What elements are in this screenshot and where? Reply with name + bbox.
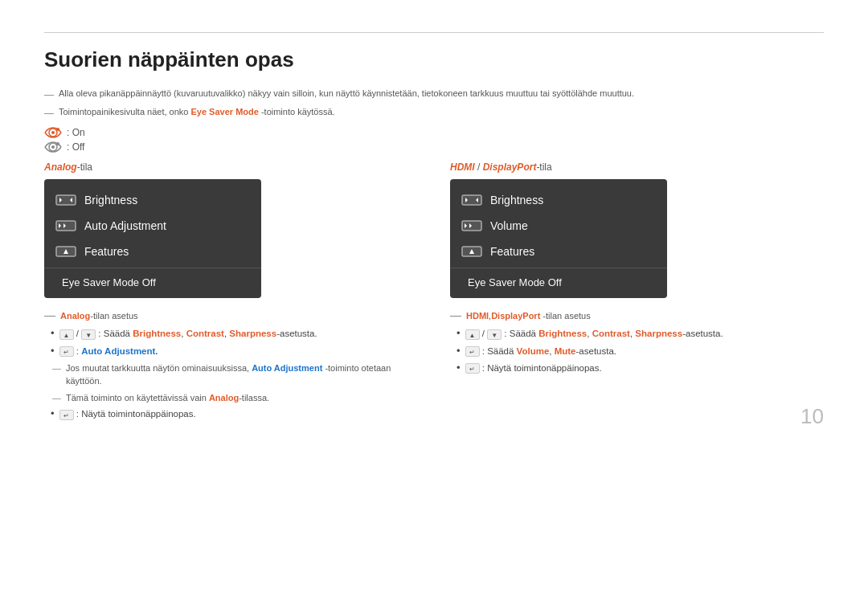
eye-saver-on-row: : On	[44, 126, 824, 139]
hdmi-bullet-3-text: ↵ : Näytä toimintonäppäinopas.	[465, 362, 602, 375]
hdmi-desc-section: HDMI,DisplayPort -tilan asetus • ▲ / ▼ :…	[450, 311, 824, 375]
svg-point-1	[51, 131, 55, 134]
eye-saver-off-row: : Off	[44, 141, 824, 153]
analog-osd-divider	[44, 268, 261, 268]
analog-note-2: — Tämä toiminto on käytettävissä vain An…	[52, 391, 418, 405]
eye-saver-icons-section: : On : Off	[44, 126, 824, 153]
analog-osd-features: Features	[44, 239, 261, 264]
hdmi-osd-brightness: Brightness	[450, 187, 667, 213]
analog-text: Analog	[44, 161, 77, 173]
svg-point-4	[51, 145, 55, 149]
page-container: Suorien näppäinten opas — Alla oleva pik…	[0, 0, 868, 449]
hdmi-eye-saver-label: Eye Saver Mode Off	[468, 276, 562, 288]
analog-osd-auto-adjustment: Auto Adjustment	[44, 213, 261, 239]
analog-bullet-1: • ▲ / ▼ : Säädä Brightness, Contrast, Sh…	[51, 327, 418, 341]
hdmi-volume-label: Volume	[490, 219, 528, 232]
svg-rect-6	[56, 195, 76, 205]
hdmi-bullet-3: • ↵ : Näytä toimintonäppäinopas.	[457, 362, 824, 375]
enter-icon-1: ↵	[59, 346, 74, 357]
analog-desc-header: Analog-tilan asetus	[44, 311, 418, 321]
hdmi-bullet-1: • ▲ / ▼ : Säädä Brightness, Contrast, Sh…	[457, 327, 824, 341]
analog-dash-line	[44, 316, 55, 317]
analog-brightness-label: Brightness	[84, 194, 137, 206]
analog-bullet-3: • ↵ : Näytä toimintonäppäinopas.	[51, 407, 418, 421]
analog-osd-eye-saver: Eye Saver Mode Off	[44, 272, 261, 293]
hdmi-bullet-2: • ↵ : Säädä Volume, Mute-asetusta.	[457, 345, 824, 358]
hdmi-features-nav-icon	[461, 243, 482, 260]
hdmi-nav-up-icon: ▲	[465, 329, 480, 340]
eye-saver-off-label: : Off	[67, 141, 84, 153]
eye-saver-on-label: : On	[67, 127, 85, 138]
displayport-text: DisplayPort	[483, 161, 537, 173]
hdmi-osd-box: Brightness Volume	[450, 179, 667, 298]
columns-container: Analog-tila Brightness	[44, 161, 824, 424]
analog-bullet-2: • ↵ : Auto Adjustment.	[51, 345, 418, 358]
eye-saver-mode-link: Eye Saver Mode	[190, 107, 258, 116]
hdmi-desc-header-text: HDMI,DisplayPort -tilan asetus	[466, 311, 591, 321]
hdmi-bullet-2-text: ↵ : Säädä Volume, Mute-asetusta.	[465, 345, 616, 358]
analog-osd-brightness: Brightness	[44, 187, 261, 213]
bullet-point-1: •	[51, 327, 55, 340]
hdmi-features-label: Features	[490, 245, 534, 258]
hdmi-brightness-label: Brightness	[490, 194, 543, 206]
top-rule	[44, 32, 824, 33]
hdmi-text: HDMI	[450, 161, 475, 173]
svg-point-5	[56, 142, 59, 145]
hdmi-osd-eye-saver: Eye Saver Mode Off	[450, 272, 667, 293]
analog-auto-adj-label: Auto Adjustment	[84, 219, 166, 232]
hdmi-osd-volume: Volume	[450, 213, 667, 239]
dash-icon-1: —	[44, 88, 54, 103]
hdmi-osd-features: Features	[450, 239, 667, 264]
analog-note-1: — Jos muutat tarkkuutta näytön ominaisuu…	[52, 362, 418, 388]
analog-features-label: Features	[84, 245, 129, 258]
page-number: 10	[800, 404, 824, 429]
nav-up-icon: ▲	[59, 329, 74, 340]
analog-eye-saver-label: Eye Saver Mode Off	[62, 276, 156, 288]
hdmi-bullet-point-3: •	[457, 362, 461, 374]
info-line-1: — Alla oleva pikanäppäinnäyttö (kuvaruut…	[44, 87, 824, 103]
svg-point-2	[56, 128, 59, 131]
analog-bullet-1-text: ▲ / ▼ : Säädä Brightness, Contrast, Shar…	[59, 327, 317, 341]
hdmi-desc-header: HDMI,DisplayPort -tilan asetus	[450, 311, 824, 321]
analog-header-orange: Analog	[60, 311, 90, 321]
hdmi-osd-divider	[450, 268, 667, 268]
enter-icon-2: ↵	[59, 410, 74, 420]
hdmi-dash-line	[450, 316, 461, 317]
hdmi-column: HDMI / DisplayPort-tila Brightness	[450, 161, 824, 424]
analog-desc-header-text: Analog-tilan asetus	[60, 311, 138, 321]
bullet-point-2: •	[51, 345, 55, 358]
hdmi-brightness-nav-icon	[461, 192, 482, 208]
info-line-2: — Toimintopainikesivulta näet, onko Eye …	[44, 105, 824, 121]
hdmi-nav-down-icon: ▼	[487, 329, 502, 340]
brightness-nav-icon	[55, 192, 76, 208]
displayport-header-orange: DisplayPort	[491, 311, 540, 321]
hdmi-enter-icon-1: ↵	[465, 346, 480, 357]
hdmi-bullet-1-text: ▲ / ▼ : Säädä Brightness, Contrast, Shar…	[465, 327, 723, 341]
note-dash-1: —	[52, 362, 61, 375]
hdmi-bullet-point-1: •	[457, 327, 461, 340]
hdmi-column-label: HDMI / DisplayPort-tila	[450, 161, 824, 173]
features-nav-icon	[55, 243, 76, 260]
analog-bullet-2-text: ↵ : Auto Adjustment.	[59, 345, 158, 358]
eye-on-icon	[44, 126, 62, 139]
hdmi-bullet-point-2: •	[457, 345, 461, 358]
dash-icon-2: —	[44, 106, 54, 121]
hdmi-volume-nav-icon	[461, 218, 482, 234]
analog-column: Analog-tila Brightness	[44, 161, 418, 424]
auto-adj-nav-icon	[55, 218, 76, 234]
analog-osd-box: Brightness Auto Adjustment	[44, 179, 261, 298]
note-dash-2: —	[52, 391, 61, 405]
analog-note-2-text: Tämä toiminto on käytettävissä vain Anal…	[66, 391, 269, 405]
bullet-point-3: •	[51, 407, 55, 420]
analog-column-label: Analog-tila	[44, 161, 418, 173]
nav-down-icon: ▼	[81, 329, 96, 340]
analog-desc-section: Analog-tilan asetus • ▲ / ▼ : Säädä Brig…	[44, 311, 418, 421]
hdmi-enter-icon-2: ↵	[465, 363, 480, 374]
analog-bullet-3-text: ↵ : Näytä toimintonäppäinopas.	[59, 407, 196, 421]
hdmi-header-orange: HDMI	[466, 311, 489, 321]
svg-rect-16	[462, 195, 481, 205]
eye-off-icon	[44, 141, 62, 153]
page-title: Suorien näppäinten opas	[44, 47, 824, 72]
analog-note-1-text: Jos muutat tarkkuutta näytön ominaisuuks…	[66, 362, 418, 388]
